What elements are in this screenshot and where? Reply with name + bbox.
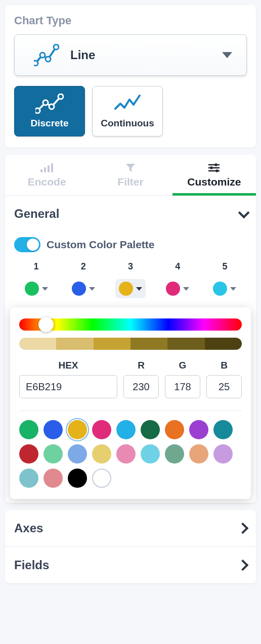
tab-filter[interactable]: Filter xyxy=(89,155,172,195)
svg-rect-12 xyxy=(210,167,212,169)
chevron-right-icon xyxy=(237,523,249,534)
preset-color[interactable] xyxy=(92,444,111,464)
preset-color[interactable] xyxy=(92,420,111,439)
swatch-number: 1 xyxy=(34,261,39,272)
swatch-col-3: 3 xyxy=(108,261,152,298)
custom-palette-row: Custom Color Palette xyxy=(12,232,249,261)
b-input[interactable] xyxy=(206,375,242,398)
preset-color[interactable] xyxy=(19,420,38,439)
swatch-number: 3 xyxy=(128,261,133,272)
swatch-picker-2[interactable] xyxy=(68,279,99,298)
preset-color[interactable] xyxy=(141,420,160,439)
preset-color[interactable] xyxy=(141,444,160,464)
hue-slider[interactable] xyxy=(19,318,242,331)
r-input[interactable] xyxy=(123,375,159,398)
svg-point-1 xyxy=(40,53,45,58)
g-input[interactable] xyxy=(165,375,200,398)
preset-color[interactable] xyxy=(213,420,233,439)
preset-color[interactable] xyxy=(44,420,63,439)
svg-rect-13 xyxy=(216,170,218,172)
swatch-number: 4 xyxy=(175,261,180,272)
swatch-number: 2 xyxy=(81,261,86,272)
preset-color[interactable] xyxy=(189,444,208,464)
line-chart-icon xyxy=(34,44,59,66)
preset-color-none[interactable] xyxy=(92,469,111,488)
panel-tabs: Encode Filter Customize xyxy=(5,155,256,196)
palette-swatches: 12345 xyxy=(12,261,249,298)
g-label: G xyxy=(179,360,187,371)
custom-palette-toggle[interactable] xyxy=(14,237,40,252)
shade-segment[interactable] xyxy=(167,338,204,350)
preset-color[interactable] xyxy=(44,469,63,488)
mode-continuous-button[interactable]: Continuous xyxy=(92,86,163,136)
r-label: R xyxy=(138,360,145,371)
swatch-picker-1[interactable] xyxy=(21,279,52,298)
svg-point-5 xyxy=(43,100,48,105)
swatch-col-5: 5 xyxy=(203,261,247,298)
swatch-number: 5 xyxy=(222,261,227,272)
bars-icon xyxy=(40,163,53,173)
preset-colors xyxy=(19,420,242,488)
mode-discrete-button[interactable]: Discrete xyxy=(14,86,85,136)
chevron-down-icon xyxy=(42,287,48,291)
shade-segment[interactable] xyxy=(94,338,130,350)
svg-point-2 xyxy=(46,57,51,62)
preset-color[interactable] xyxy=(165,444,184,464)
hue-thumb[interactable] xyxy=(38,317,54,332)
section-axes[interactable]: Axes xyxy=(5,510,256,546)
continuous-icon xyxy=(113,94,142,114)
color-dot xyxy=(119,282,133,296)
shade-segment[interactable] xyxy=(56,338,93,350)
shade-segment[interactable] xyxy=(130,338,167,350)
tab-customize-label: Customize xyxy=(187,176,241,188)
preset-color[interactable] xyxy=(19,444,38,464)
swatch-picker-4[interactable] xyxy=(162,279,193,298)
preset-color[interactable] xyxy=(116,444,136,464)
other-sections-panel: Axes Fields xyxy=(5,510,256,583)
hex-input[interactable] xyxy=(19,375,117,398)
section-fields[interactable]: Fields xyxy=(5,546,256,583)
svg-point-3 xyxy=(54,44,59,50)
preset-color[interactable] xyxy=(68,420,87,439)
chevron-down-icon xyxy=(89,287,95,291)
tab-filter-label: Filter xyxy=(117,176,143,188)
chevron-down-icon xyxy=(238,207,250,219)
section-general[interactable]: General xyxy=(5,196,256,232)
discrete-icon xyxy=(35,94,64,114)
chart-type-dropdown[interactable]: Line xyxy=(14,34,247,76)
b-label: B xyxy=(221,360,228,371)
svg-point-6 xyxy=(49,104,54,109)
swatch-col-1: 1 xyxy=(14,261,58,298)
shade-segment[interactable] xyxy=(205,338,242,350)
shade-slider[interactable] xyxy=(19,338,242,350)
custom-palette-label: Custom Color Palette xyxy=(47,239,155,251)
hex-label: HEX xyxy=(58,360,78,371)
chevron-right-icon xyxy=(237,560,249,571)
svg-point-7 xyxy=(58,94,63,99)
chart-type-value: Line xyxy=(70,48,222,62)
swatch-col-2: 2 xyxy=(61,261,105,298)
tab-customize[interactable]: Customize xyxy=(172,155,256,195)
preset-color[interactable] xyxy=(68,444,87,464)
shade-segment[interactable] xyxy=(19,338,56,350)
svg-rect-11 xyxy=(215,164,217,166)
color-dot xyxy=(25,282,39,296)
preset-color[interactable] xyxy=(189,420,208,439)
tab-encode[interactable]: Encode xyxy=(5,155,89,195)
swatch-picker-5[interactable] xyxy=(209,279,240,298)
chart-type-title: Chart Type xyxy=(14,14,247,27)
preset-color[interactable] xyxy=(68,469,87,488)
funnel-icon xyxy=(125,163,136,173)
swatch-picker-3[interactable] xyxy=(115,279,146,298)
preset-color[interactable] xyxy=(19,469,38,488)
chart-mode-toggle: Discrete Continuous xyxy=(14,86,247,136)
preset-color[interactable] xyxy=(116,420,136,439)
svg-point-4 xyxy=(35,108,40,113)
section-axes-label: Axes xyxy=(14,521,43,535)
color-dot xyxy=(72,282,86,296)
mode-discrete-label: Discrete xyxy=(31,118,69,129)
swatch-col-4: 4 xyxy=(156,261,200,298)
preset-color[interactable] xyxy=(165,420,184,439)
preset-color[interactable] xyxy=(44,444,63,464)
preset-color[interactable] xyxy=(213,444,233,464)
